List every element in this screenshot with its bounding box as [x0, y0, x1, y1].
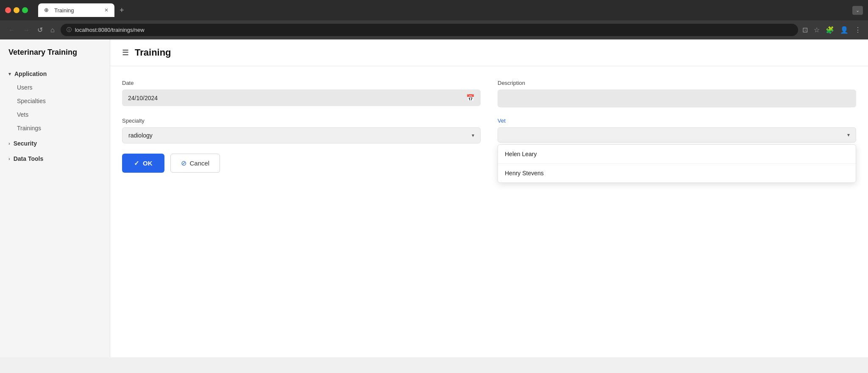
sidebar-section-header-application[interactable]: ▾ Application — [0, 67, 110, 81]
back-button[interactable]: ← — [7, 25, 17, 36]
form-row-1: Date 24/10/2024 📅 Description — [122, 80, 856, 107]
sidebar-item-specialties[interactable]: Specialties — [8, 94, 110, 108]
chevron-down-icon-specialty: ▾ — [472, 132, 474, 138]
cancel-icon: ⊘ — [181, 159, 186, 167]
profile-icon[interactable]: 👤 — [840, 26, 849, 34]
browser-addressbar: ← → ↺ ⌂ ⓘ localhost:8080/trainings/new ⊡… — [0, 20, 868, 39]
page-title: Training — [135, 47, 171, 58]
vet-label: Vet — [498, 118, 856, 124]
sidebar-section-label-application: Application — [14, 70, 47, 77]
description-field-group: Description — [498, 80, 856, 107]
description-input[interactable] — [498, 90, 856, 107]
chevron-right-icon: › — [8, 141, 10, 146]
app-container: Veterinary Training ▾ Application Users … — [0, 39, 868, 357]
vet-option-henry-stevens[interactable]: Henry Stevens — [498, 163, 856, 182]
tab-close-icon[interactable]: ✕ — [104, 7, 108, 13]
chevron-down-icon: ▾ — [8, 71, 11, 77]
specialty-value: radiology — [128, 132, 153, 139]
date-label: Date — [122, 80, 481, 86]
sidebar-item-users[interactable]: Users — [8, 81, 110, 94]
sidebar-item-vets[interactable]: Vets — [8, 108, 110, 121]
sidebar: Veterinary Training ▾ Application Users … — [0, 39, 110, 357]
cancel-label: Cancel — [190, 160, 210, 167]
specialty-label: Specialty — [122, 118, 481, 124]
address-text: localhost:8080/trainings/new — [75, 27, 145, 33]
tab-bar: ⊕ Training ✕ + — [33, 3, 133, 17]
main-content: ☰ Training Date 24/10/2024 📅 Description — [110, 39, 868, 357]
browser-titlebar: ⊕ Training ✕ + ⌄ — [0, 0, 868, 20]
bookmark-icon[interactable]: ☆ — [814, 26, 820, 34]
close-button[interactable] — [5, 7, 11, 13]
vet-dropdown: Helen Leary Henry Stevens — [498, 144, 856, 183]
hamburger-icon[interactable]: ☰ — [122, 48, 129, 57]
home-button[interactable]: ⌂ — [49, 25, 56, 36]
form-row-2: Specialty radiology ▾ Vet ▾ Helen Le — [122, 118, 856, 143]
sidebar-section-header-datatools[interactable]: › Data Tools — [0, 152, 110, 165]
reload-button[interactable]: ↺ — [36, 24, 45, 36]
ok-button[interactable]: ✓ OK — [122, 154, 164, 173]
date-input[interactable]: 24/10/2024 📅 — [122, 90, 481, 106]
sidebar-section-datatools: › Data Tools — [0, 152, 110, 165]
chevron-down-icon-vet: ▾ — [847, 132, 850, 138]
browser-chrome: ⊕ Training ✕ + ⌄ ← → ↺ ⌂ ⓘ localhost:808… — [0, 0, 868, 39]
date-field-group: Date 24/10/2024 📅 — [122, 80, 481, 107]
extensions-icon[interactable]: 🧩 — [826, 26, 834, 34]
description-label: Description — [498, 80, 856, 86]
secure-icon: ⓘ — [67, 26, 72, 34]
vet-option-helen-leary[interactable]: Helen Leary — [498, 145, 856, 163]
vet-select[interactable]: ▾ — [498, 127, 856, 143]
tab-title: Training — [54, 7, 74, 14]
sidebar-section-security: › Security — [0, 137, 110, 150]
forward-button[interactable]: → — [21, 25, 31, 36]
cancel-button[interactable]: ⊘ Cancel — [170, 154, 220, 173]
menu-icon[interactable]: ⋮ — [854, 26, 861, 34]
browser-tab[interactable]: ⊕ Training ✕ — [38, 3, 114, 17]
sidebar-item-trainings[interactable]: Trainings — [8, 121, 110, 135]
sidebar-section-header-security[interactable]: › Security — [0, 137, 110, 150]
maximize-button[interactable] — [22, 7, 28, 13]
tab-favicon-icon: ⊕ — [44, 7, 51, 14]
ok-label: OK — [143, 160, 153, 167]
sidebar-section-label-security: Security — [14, 140, 37, 147]
browser-expand-button[interactable]: ⌄ — [852, 6, 863, 15]
form-area: Date 24/10/2024 📅 Description Specialty — [110, 66, 868, 186]
screenshot-icon[interactable]: ⊡ — [802, 26, 808, 34]
main-header: ☰ Training — [110, 39, 868, 66]
browser-toolbar-icons: ⊡ ☆ 🧩 👤 ⋮ — [802, 26, 861, 34]
address-bar[interactable]: ⓘ localhost:8080/trainings/new — [61, 24, 798, 36]
date-value: 24/10/2024 — [128, 95, 466, 101]
specialty-select[interactable]: radiology ▾ — [122, 127, 481, 143]
minimize-button[interactable] — [14, 7, 19, 13]
sidebar-items-application: Users Specialties Vets Trainings — [0, 81, 110, 135]
checkmark-icon: ✓ — [134, 160, 139, 167]
vet-field-group: Vet ▾ Helen Leary Henry Stevens — [498, 118, 856, 143]
new-tab-button[interactable]: + — [116, 6, 128, 15]
calendar-icon: 📅 — [466, 94, 475, 102]
specialty-field-group: Specialty radiology ▾ — [122, 118, 481, 143]
chevron-right-icon-2: › — [8, 156, 10, 161]
sidebar-section-application: ▾ Application Users Specialties Vets Tra… — [0, 67, 110, 135]
sidebar-title: Veterinary Training — [0, 48, 110, 67]
sidebar-section-label-datatools: Data Tools — [14, 155, 44, 162]
traffic-lights — [5, 7, 28, 13]
